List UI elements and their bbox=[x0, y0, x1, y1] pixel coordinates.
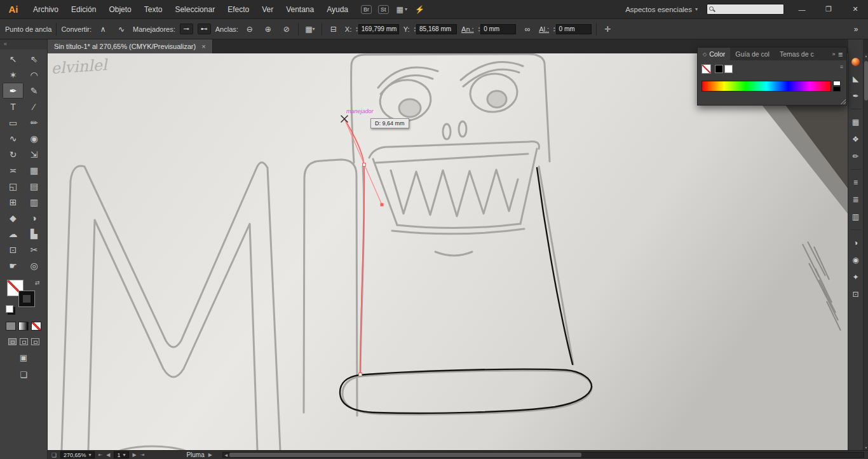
cut-path-button[interactable]: ⊘ bbox=[280, 24, 294, 35]
edit-toolbar-icon[interactable]: ❏ bbox=[0, 370, 47, 380]
close-button[interactable]: ✕ bbox=[846, 5, 864, 13]
swap-fill-stroke-icon[interactable]: ⇄ bbox=[35, 280, 40, 286]
scroll-left-icon[interactable]: ◀ bbox=[223, 453, 229, 457]
controlbar-overflow-icon[interactable]: » bbox=[849, 24, 863, 35]
scale-tool[interactable]: ⇲ bbox=[24, 146, 44, 162]
artboards-panel-icon[interactable]: ⊡ bbox=[850, 289, 862, 300]
artboard-tool[interactable]: ⊡ bbox=[3, 242, 24, 257]
lasso-tool[interactable]: ◠ bbox=[24, 67, 44, 83]
horizontal-scroll-thumb[interactable] bbox=[229, 453, 581, 457]
convert-smooth-button[interactable]: ∿ bbox=[114, 24, 128, 35]
blob-brush-tool[interactable]: ◉ bbox=[24, 130, 44, 146]
remove-anchor-button[interactable]: ⊖ bbox=[243, 24, 257, 35]
y-input[interactable]: 85,168 mm bbox=[416, 24, 457, 34]
blend-tool[interactable]: ◑ bbox=[24, 210, 44, 226]
pen-tool[interactable]: ✒ bbox=[3, 83, 24, 99]
none-button[interactable] bbox=[31, 322, 41, 331]
magic-wand-tool[interactable]: ✶ bbox=[3, 67, 24, 83]
perspective-grid-tool[interactable]: ▤ bbox=[24, 178, 44, 194]
isolate-icon[interactable]: ⊟ bbox=[327, 24, 341, 35]
stroke-panel-icon[interactable]: ≡ bbox=[850, 177, 862, 188]
line-segment-tool[interactable]: ∕ bbox=[24, 99, 44, 114]
menu-seleccionar[interactable]: Seleccionar bbox=[168, 5, 221, 14]
menu-efecto[interactable]: Efecto bbox=[221, 5, 255, 14]
hand-tool[interactable]: ☛ bbox=[3, 257, 24, 273]
direct-selection-tool[interactable]: ⇖ bbox=[24, 51, 44, 67]
color-panel-icon[interactable] bbox=[850, 56, 862, 67]
panel-resize-grip[interactable] bbox=[841, 99, 846, 104]
color-button[interactable] bbox=[6, 322, 16, 331]
eyedropper-tool[interactable]: ◆ bbox=[3, 210, 24, 226]
align-dropdown-icon[interactable]: ▦▾ bbox=[303, 24, 317, 35]
mesh-tool[interactable]: ⊞ bbox=[3, 194, 24, 210]
symbol-sprayer-tool[interactable]: ☁ bbox=[3, 226, 24, 242]
menu-ayuda[interactable]: Ayuda bbox=[320, 5, 355, 14]
horizontal-scrollbar[interactable]: ◀ bbox=[222, 452, 864, 458]
restore-button[interactable]: ❐ bbox=[820, 5, 837, 13]
rotate-tool[interactable]: ↻ bbox=[3, 146, 24, 162]
scroll-up-icon[interactable]: ▲ bbox=[864, 54, 868, 58]
brushes-panel-icon[interactable]: ✒ bbox=[850, 90, 862, 102]
canvas[interactable]: elvinlel bbox=[48, 53, 848, 450]
panel-menu-icon[interactable]: ≣ bbox=[838, 51, 846, 58]
workspace-switcher[interactable]: Aspectos esenciales ▾ bbox=[625, 6, 698, 13]
type-tool[interactable]: T bbox=[3, 99, 24, 114]
rectangle-tool[interactable]: ▭ bbox=[3, 114, 24, 130]
menu-objeto[interactable]: Objeto bbox=[102, 5, 137, 14]
page-icon[interactable]: ❏ bbox=[51, 452, 57, 458]
add-anchor-button[interactable]: ⊕ bbox=[261, 24, 275, 35]
color-guide-panel-icon[interactable]: ◣ bbox=[850, 73, 862, 85]
curvature-tool[interactable]: ✎ bbox=[24, 83, 44, 99]
shape-builder-tool[interactable]: ◱ bbox=[3, 178, 24, 194]
stock-icon[interactable]: St bbox=[378, 5, 389, 14]
tab-color-guide[interactable]: Guía de col bbox=[730, 48, 775, 60]
hide-handles-button[interactable]: ⊷ bbox=[198, 24, 211, 34]
minimize-button[interactable]: — bbox=[793, 6, 811, 13]
scroll-down-icon[interactable]: ▼ bbox=[864, 446, 868, 449]
stepper-icon[interactable]: ▴▾ bbox=[553, 26, 555, 32]
transform-icon[interactable]: ✛ bbox=[601, 24, 615, 35]
toolbar-collapse-icon[interactable]: « bbox=[0, 39, 47, 50]
selection-tool[interactable]: ↖ bbox=[3, 51, 24, 67]
search-input[interactable] bbox=[717, 5, 780, 13]
stepper-icon[interactable]: ▴▾ bbox=[414, 26, 416, 32]
link-dimensions-icon[interactable]: ∞ bbox=[520, 24, 534, 35]
first-artboard-button[interactable]: ⇤ bbox=[98, 452, 103, 458]
slice-tool[interactable]: ✂ bbox=[24, 242, 44, 257]
paintbrush-tool[interactable]: ✏ bbox=[24, 114, 44, 130]
gradient-tool[interactable]: ▥ bbox=[24, 194, 44, 210]
prev-artboard-button[interactable]: ◀ bbox=[106, 452, 110, 458]
vertical-scroll-thumb[interactable] bbox=[864, 61, 868, 100]
status-expand-icon[interactable]: ▶ bbox=[208, 452, 212, 458]
arrange-documents-icon[interactable]: ▦▾ bbox=[397, 5, 407, 14]
column-graph-tool[interactable]: ▙ bbox=[24, 226, 44, 242]
menu-ventana[interactable]: Ventana bbox=[280, 5, 320, 14]
pencil-tool[interactable]: ∿ bbox=[3, 130, 24, 146]
next-artboard-button[interactable]: ▶ bbox=[133, 452, 137, 458]
menu-ver[interactable]: Ver bbox=[255, 5, 280, 14]
transparency-panel-icon[interactable]: ◑ bbox=[850, 237, 862, 249]
draw-normal-button[interactable] bbox=[8, 338, 17, 345]
tab-color[interactable]: ◇ Color bbox=[698, 48, 730, 60]
color-spectrum-bar[interactable] bbox=[702, 81, 831, 92]
last-artboard-button[interactable]: ⇥ bbox=[140, 452, 145, 458]
free-transform-tool[interactable]: ▦ bbox=[24, 162, 44, 178]
draw-inside-button[interactable] bbox=[31, 338, 39, 345]
paragraph-panel-icon[interactable]: ≣ bbox=[850, 194, 862, 205]
width-tool[interactable]: ≍ bbox=[3, 162, 24, 178]
artboard-select[interactable]: 1 ▾ bbox=[114, 451, 128, 458]
none-swatch[interactable] bbox=[702, 64, 711, 74]
zoom-tool[interactable]: ◎ bbox=[24, 257, 44, 273]
menu-texto[interactable]: Texto bbox=[138, 5, 169, 14]
bridge-icon[interactable]: Br bbox=[361, 5, 372, 14]
draw-behind-button[interactable] bbox=[20, 338, 28, 345]
spectrum-white-swatch[interactable] bbox=[833, 81, 841, 86]
gradient-button[interactable] bbox=[18, 322, 29, 331]
panel-expand-icon[interactable]: » bbox=[830, 51, 838, 57]
stepper-icon[interactable]: ▴▾ bbox=[356, 26, 358, 32]
layers-panel-icon[interactable]: ✦ bbox=[850, 271, 862, 283]
menu-archivo[interactable]: Archivo bbox=[27, 5, 65, 14]
convert-corner-button[interactable]: ∧ bbox=[96, 24, 110, 35]
stepper-icon[interactable]: ▴▾ bbox=[478, 26, 480, 32]
gpu-performance-icon[interactable]: ⚡ bbox=[415, 5, 424, 14]
